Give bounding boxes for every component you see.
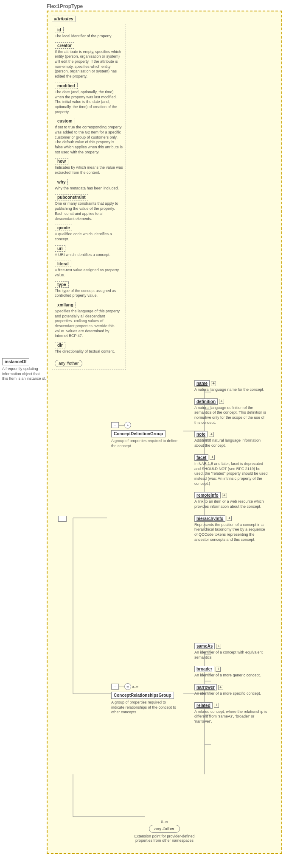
concept-def-group-desc: A group of properties required to define… [111, 439, 179, 448]
prop-related: related + A related concept, where the r… [194, 702, 275, 724]
prop-name-desc: A natural language name for the concept. [194, 387, 269, 392]
prop-hierarchyinfo-desc: Represents the position of a concept in … [194, 523, 269, 542]
prop-broader-desc: An identifier of a more generic concept. [194, 673, 269, 678]
prop-note-expand[interactable]: + [209, 432, 214, 437]
line-def [119, 425, 124, 426]
attr-type-name: type [55, 281, 69, 288]
attr-qcode-desc: A qualified code which identifies a conc… [55, 232, 123, 242]
attr-uri-desc: A URI which identifies a concept. [55, 253, 123, 258]
prop-sameas-expand[interactable]: + [216, 644, 221, 649]
prop-definition-expand[interactable]: + [219, 399, 224, 404]
prop-definition: definition + A natural language definiti… [194, 398, 275, 426]
attr-xmllang-name: xmllang [55, 302, 76, 308]
any-other-mult: 0..∞ [126, 820, 203, 824]
attr-modified-desc: The date (and, optionally, the time) whe… [55, 90, 123, 114]
prop-hierarchyinfo-label: hierarchyInfo [194, 515, 225, 522]
concept-rel-group-desc: A group of properties required to indica… [111, 700, 179, 715]
attr-dir-desc: The directionality of textual content. [55, 349, 123, 354]
prop-hierarchyinfo-expand[interactable]: + [227, 516, 232, 521]
attr-dir: dir The directionality of textual conten… [55, 342, 123, 354]
rel-properties-container: sameAs + An identifier of a concept with… [194, 643, 275, 730]
def-properties-container: name + A natural language name for the c… [194, 380, 275, 548]
mult-def: + [124, 422, 131, 428]
prop-related-expand[interactable]: + [214, 703, 219, 708]
attr-how: how Indicates by which means the value w… [55, 158, 123, 175]
attr-custom: custom If set to true the corresponding … [55, 118, 123, 155]
prop-broader: broader + An identifier of a more generi… [194, 666, 275, 678]
prop-broader-expand[interactable]: + [216, 667, 221, 672]
seq-connector-rel: ··· [111, 684, 119, 690]
prop-broader-label: broader [194, 666, 214, 672]
attr-type-desc: The type of the concept assigned as cont… [55, 289, 123, 298]
attr-qcode: qcode A qualified code which identifies … [55, 225, 123, 242]
any-other-attrs-pill: any #other [55, 360, 82, 367]
prop-narrower-expand[interactable]: + [218, 685, 223, 690]
diagram-title: Flex1PropType [47, 3, 83, 9]
prop-facet-expand[interactable]: + [210, 455, 215, 460]
attr-why-name: why [55, 179, 68, 185]
attr-type: type The type of the concept assigned as… [55, 281, 123, 298]
prop-remoteinfo: remoteInfo + A link to an item or a web … [194, 492, 275, 509]
attr-dir-name: dir [55, 342, 65, 348]
attr-pubconstraint-desc: One or many constraints that apply to pu… [55, 201, 123, 221]
prop-remoteinfo-desc: A link to an item or a web resource whic… [194, 499, 269, 509]
concept-rel-group-box: ConceptRelationshipsGroup [111, 692, 174, 699]
attr-custom-desc: If set to true the corresponding propert… [55, 125, 123, 155]
seq-connector-def: ··· [111, 422, 119, 428]
attr-id-desc: The local identifier of the property. [55, 34, 123, 39]
concept-rel-group-container: ··· ∞ 0..∞ ConceptRelationshipsGroup A g… [111, 683, 179, 715]
attr-uri-name: uri [55, 245, 65, 252]
any-other-bottom-container: 0..∞ any #other Extension point for prov… [126, 820, 203, 843]
prop-facet-label: facet [194, 454, 208, 461]
attr-xmllang: xmllang Specifies the language of this p… [55, 302, 123, 339]
attr-modified: modified The date (and, optionally, the … [55, 83, 123, 114]
attr-id-name: id [55, 27, 64, 33]
attr-how-name: how [55, 158, 68, 164]
attr-how-desc: Indicates by which means the value was e… [55, 165, 123, 175]
attr-uri: uri A URI which identifies a concept. [55, 245, 123, 258]
attr-literal-desc: A free-text value assigned as property v… [55, 268, 123, 278]
attributes-label: attributes [52, 16, 76, 22]
attributes-section: attributes id The local identifier of th… [52, 16, 128, 370]
prop-note: note + Additional natural language infor… [194, 431, 275, 448]
any-other-bottom-desc: Extension point for provider-defined pro… [126, 834, 203, 843]
attr-custom-name: custom [55, 118, 75, 124]
prop-sameas-desc: An identifier of a concept with equivale… [194, 650, 269, 660]
prop-related-desc: A related concept, where the relationshi… [194, 709, 269, 724]
instance-of-box: instanceOf [2, 358, 29, 365]
mult-rel-label: 0..∞ [132, 685, 138, 689]
prop-sameas-label: sameAs [194, 643, 215, 649]
prop-definition-desc: A natural language definition of the sem… [194, 406, 269, 426]
attr-creator-desc: If the attribute is empty, specifies whi… [55, 50, 123, 79]
concept-def-group-box: ConceptDefinitionGroup [111, 430, 166, 437]
attr-qcode-name: qcode [55, 225, 72, 231]
prop-note-label: note [194, 431, 208, 437]
prop-related-label: related [194, 702, 213, 709]
attr-pubconstraint: pubconstraint One or many constraints th… [55, 194, 123, 221]
attr-creator: creator If the attribute is empty, speci… [55, 42, 123, 79]
prop-facet: facet + In NAR 1.8 and later, facet is d… [194, 454, 275, 486]
instance-of-desc: A frequently updating information object… [2, 367, 47, 381]
prop-name-expand[interactable]: + [211, 381, 216, 386]
concept-def-group-container: ··· + ConceptDefinitionGroup A group of … [111, 422, 179, 448]
prop-hierarchyinfo: hierarchyInfo + Represents the position … [194, 515, 275, 542]
prop-facet-desc: In NAR 1.8 and later, facet is deprecate… [194, 462, 269, 486]
attr-why: why Why the metadata has been included. [55, 179, 123, 191]
attr-creator-name: creator [55, 42, 74, 49]
any-other-bottom-pill: any #other [149, 825, 180, 833]
seq-connector-between: ··· [58, 516, 67, 522]
prop-name-label: name [194, 380, 210, 387]
prop-definition-label: definition [194, 398, 218, 405]
attr-modified-name: modified [55, 83, 78, 89]
mult-rel: ∞ [124, 683, 131, 690]
attr-literal: literal A free-text value assigned as pr… [55, 261, 123, 278]
attr-literal-name: literal [55, 261, 71, 267]
prop-note-desc: Additional natural language information … [194, 438, 269, 448]
attr-why-desc: Why the metadata has been included. [55, 186, 123, 191]
prop-narrower-label: narrower [194, 684, 217, 690]
attr-xmllang-desc: Specifies the language of this property … [55, 309, 123, 339]
prop-narrower: narrower + An identifier of a more speci… [194, 684, 275, 696]
prop-remoteinfo-expand[interactable]: + [222, 493, 227, 498]
attributes-inner-box: id The local identifier of the property.… [52, 24, 126, 370]
prop-remoteinfo-label: remoteInfo [194, 492, 221, 498]
